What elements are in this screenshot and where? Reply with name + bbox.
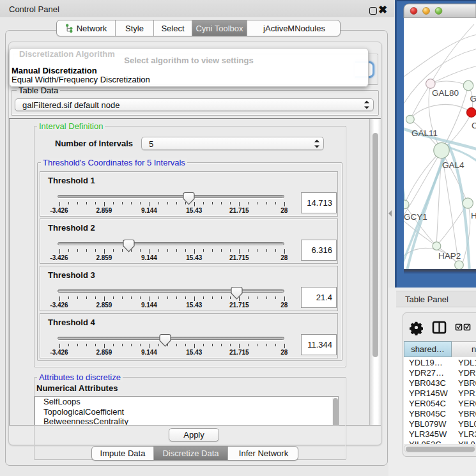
svg-text:C: C [472, 121, 476, 130]
svg-text:HAP2: HAP2 [438, 251, 461, 261]
svg-text:GAL4: GAL4 [442, 160, 464, 170]
svg-text:H: H [471, 211, 476, 220]
svg-text:GA: GA [470, 94, 476, 104]
svg-text:GCY1: GCY1 [404, 212, 427, 222]
svg-text:GAL80: GAL80 [432, 88, 459, 98]
svg-text:GAL11: GAL11 [411, 128, 438, 138]
